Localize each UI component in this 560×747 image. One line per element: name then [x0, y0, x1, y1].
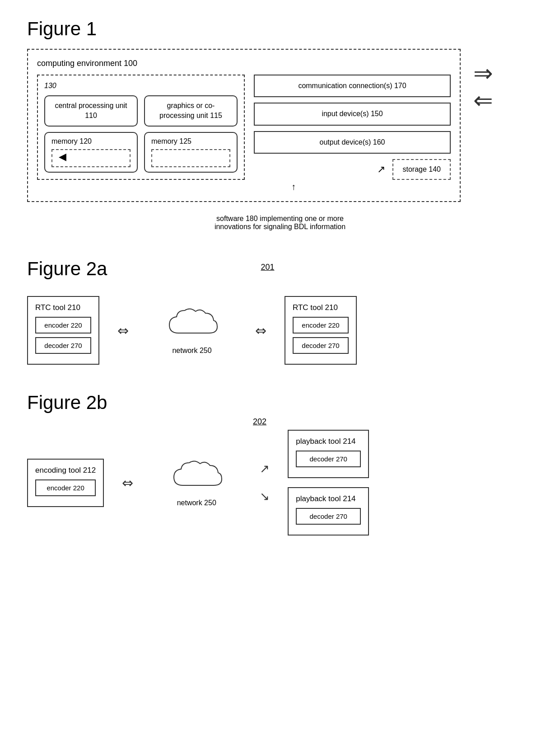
fig2b-header: Figure 2b 202 — [27, 392, 533, 423]
fig2b-arrow-top: ↗ — [260, 462, 270, 476]
fig1-cpu-row: central processing unit 110 graphics or … — [44, 95, 238, 127]
fig2a-decoder-right: decoder 270 — [293, 337, 349, 354]
fig2a-encoder-left: encoder 220 — [35, 317, 91, 334]
fig2a-title: Figure 2a — [27, 258, 107, 280]
fig1-inner-label: 130 — [44, 82, 238, 90]
arrow-right1: ⇒ — [473, 60, 493, 87]
fig2a-rtc-right-title: RTC tool 210 — [293, 303, 349, 312]
network-cloud-svg — [165, 306, 219, 342]
fig2b-encoding-title: encoding tool 212 — [35, 466, 96, 475]
figure2a-section: Figure 2a 201 RTC tool 210 encoder 220 d… — [27, 258, 533, 365]
fig1-cpu-box: central processing unit 110 — [44, 95, 138, 127]
fig2b-playback2-decoder: decoder 270 — [296, 508, 361, 525]
comm-big-arrows: ⇒ ⇐ — [473, 60, 493, 114]
fig2a-network-label: network 250 — [172, 347, 211, 355]
fig1-communication-box: communication connection(s) 170 — [254, 75, 451, 97]
fig2b-network-cloud-svg — [169, 458, 224, 494]
arrow-left1: ⇐ — [473, 87, 493, 114]
fig1-storage-box: storage 140 — [392, 159, 451, 180]
fig2a-network: network 250 — [147, 306, 237, 355]
fig2b-right-boxes: playback tool 214 decoder 270 playback t… — [288, 430, 369, 536]
fig1-processing-area: 130 central processing unit 110 graphics… — [37, 75, 245, 180]
fig2a-rtc-left: RTC tool 210 encoder 220 decoder 270 — [27, 296, 99, 365]
fig2b-diagram: encoding tool 212 encoder 220 ⇔ network … — [27, 430, 533, 536]
fig1-title: Figure 1 — [27, 18, 533, 40]
fig2a-decoder-left: decoder 270 — [35, 337, 91, 354]
fig2b-playback1-title: playback tool 214 — [296, 437, 361, 446]
fig2b-network-label: network 250 — [177, 499, 216, 507]
fig2b-arrow-bottom: ↘ — [260, 489, 270, 503]
fig1-output-box: output device(s) 160 — [254, 131, 451, 154]
fig2a-rtc-left-title: RTC tool 210 — [35, 303, 91, 312]
fig1-memory-row: memory 120 ◀ memory 125 — [44, 132, 238, 173]
fig1-inner-layout: 130 central processing unit 110 graphics… — [37, 75, 451, 180]
fig2a-header: Figure 2a 201 — [27, 258, 533, 289]
fig1-memory125-inner — [151, 149, 230, 167]
fig2b-ref: 202 — [253, 417, 266, 427]
fig2b-title: Figure 2b — [27, 392, 107, 413]
fig1-memory120-box: memory 120 ◀ — [44, 132, 138, 173]
fig2b-encoding-box: encoding tool 212 encoder 220 — [27, 459, 104, 507]
storage-arrow: ↗ — [377, 164, 385, 175]
figure2b-section: Figure 2b 202 encoding tool 212 encoder … — [27, 392, 533, 536]
fig2b-playback2: playback tool 214 decoder 270 — [288, 487, 369, 536]
memory-upward-arrow: ↑ — [136, 182, 451, 192]
fig2a-rtc-right: RTC tool 210 encoder 220 decoder 270 — [285, 296, 357, 365]
fig2a-ref: 201 — [261, 263, 274, 272]
fig1-input-box: input device(s) 150 — [254, 103, 451, 125]
fig2b-split-arrows: ↗ ↘ — [260, 462, 270, 503]
fig1-env-label: computing environment 100 — [37, 59, 451, 68]
fig1-caption: software 180 implementing one or more in… — [27, 215, 533, 231]
fig1-gpu-box: graphics or co-processing unit 115 — [144, 95, 238, 127]
fig1-devices-area: communication connection(s) 170 input de… — [254, 75, 451, 180]
fig1-memory125-box: memory 125 — [144, 132, 238, 173]
fig1-caption-line2: innovations for signaling BDL informatio… — [215, 223, 345, 231]
fig1-storage-area: ↗ storage 140 — [254, 159, 451, 180]
fig2a-arrow-right: ⇔ — [255, 323, 266, 338]
fig2b-playback1: playback tool 214 decoder 270 — [288, 430, 369, 478]
fig2b-encoder: encoder 220 — [35, 479, 96, 496]
memory120-arrow: ◀ — [59, 151, 66, 163]
fig1-memory120-inner: ◀ — [51, 149, 131, 167]
fig2a-arrow-left: ⇔ — [117, 323, 129, 338]
fig2b-network: network 250 — [151, 458, 242, 507]
fig2b-arrow-left: ⇔ — [122, 475, 133, 491]
fig1-outer-border: computing environment 100 130 central pr… — [27, 49, 461, 202]
figure1-section: Figure 1 computing environment 100 130 c… — [27, 18, 533, 231]
fig2a-encoder-right: encoder 220 — [293, 317, 349, 334]
fig1-caption-line1: software 180 implementing one or more — [216, 215, 344, 223]
fig2b-playback2-title: playback tool 214 — [296, 494, 361, 503]
fig2a-diagram: RTC tool 210 encoder 220 decoder 270 ⇔ n… — [27, 296, 533, 365]
fig2b-playback1-decoder: decoder 270 — [296, 451, 361, 467]
